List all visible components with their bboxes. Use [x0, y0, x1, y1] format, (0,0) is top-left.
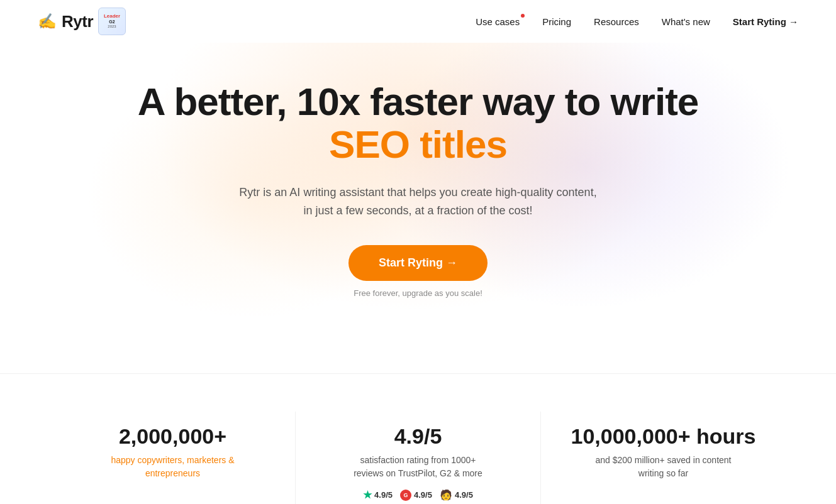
- stat-users-desc: happy copywriters, marketers & entrepren…: [104, 454, 242, 480]
- trustpilot-star-icon: ★: [363, 489, 372, 501]
- stat-hours: 10,000,000+ hours and $200 million+ save…: [541, 412, 786, 504]
- logo-text: Rytr: [62, 12, 93, 31]
- stat-rating-desc: satisfaction rating from 1000+ reviews o…: [349, 454, 488, 480]
- nav-links: Use cases Pricing Resources What's new S…: [476, 16, 798, 27]
- stat-users-number: 2,000,000+: [119, 424, 226, 449]
- stats-section: 2,000,000+ happy copywriters, marketers …: [0, 373, 836, 504]
- capterra-icon: 🧑: [440, 489, 452, 501]
- nav-start-ryting[interactable]: Start Ryting →: [733, 16, 798, 27]
- stat-users: 2,000,000+ happy copywriters, marketers …: [50, 412, 296, 504]
- hero-section: A better, 10x faster way to write SEO ti…: [0, 43, 836, 348]
- g2-value: 4.9/5: [414, 490, 432, 500]
- hero-content: A better, 10x faster way to write SEO ti…: [138, 80, 699, 298]
- g2-rating: G 4.9/5: [400, 490, 432, 501]
- trustpilot-rating: ★ 4.9/5: [363, 489, 393, 501]
- stat-rating-icons: ★ 4.9/5 G 4.9/5 🧑 4.9/5: [363, 489, 473, 501]
- nav-whats-new[interactable]: What's new: [662, 16, 710, 27]
- capterra-rating: 🧑 4.9/5: [440, 489, 473, 501]
- g2-badge: Leader G2 2023: [98, 8, 126, 35]
- hero-title-highlight: SEO titles: [138, 123, 699, 166]
- trustpilot-value: 4.9/5: [374, 490, 393, 500]
- stat-hours-number: 10,000,000+ hours: [571, 424, 756, 449]
- hero-cta-button[interactable]: Start Ryting →: [348, 245, 488, 281]
- nav-use-cases[interactable]: Use cases: [476, 16, 520, 27]
- stat-hours-desc: and $200 million+ saved in content writi…: [594, 454, 733, 480]
- g2-icon: G: [400, 490, 411, 501]
- nav-pricing[interactable]: Pricing: [542, 16, 571, 27]
- stat-rating: 4.9/5 satisfaction rating from 1000+ rev…: [296, 412, 541, 504]
- hero-subtitle: Rytr is an AI writing assistant that hel…: [236, 184, 601, 220]
- nav-resources[interactable]: Resources: [594, 16, 639, 27]
- logo-icon: ✍️: [38, 13, 57, 30]
- hero-title: A better, 10x faster way to write SEO ti…: [138, 80, 699, 166]
- capterra-value: 4.9/5: [455, 490, 473, 500]
- logo[interactable]: ✍️ Rytr Leader G2 2023: [38, 8, 126, 35]
- hero-cta-subtext: Free forever, upgrade as you scale!: [138, 288, 699, 298]
- navbar: ✍️ Rytr Leader G2 2023 Use cases Pricing…: [0, 0, 836, 43]
- stat-rating-number: 4.9/5: [394, 424, 442, 449]
